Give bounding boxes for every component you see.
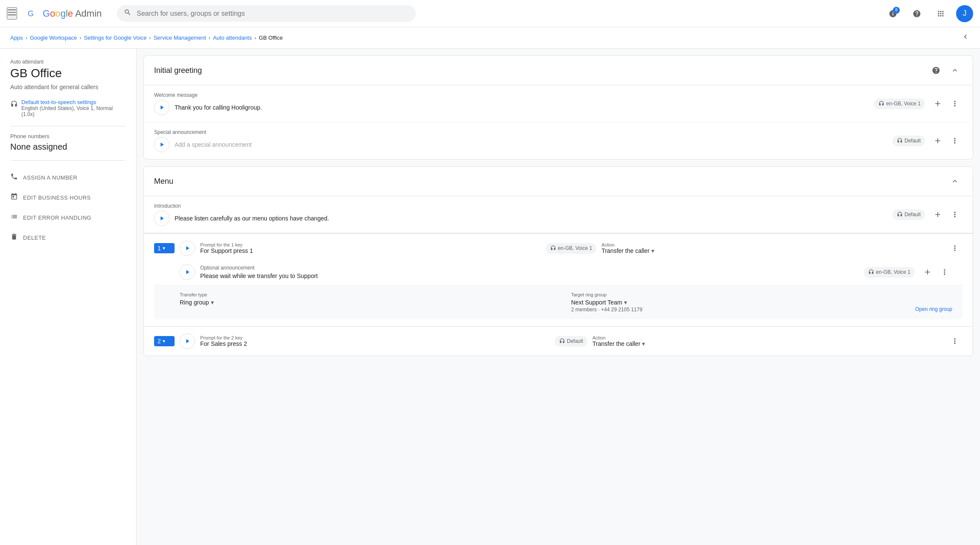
edit-business-hours-label: EDIT BUSINESS HOURS (23, 194, 91, 201)
special-more-btn[interactable] (947, 133, 962, 148)
intro-play-btn[interactable] (154, 211, 169, 226)
transfer-type-dropdown[interactable]: Ring group ▾ (180, 299, 561, 306)
key2-badge[interactable]: 2 ▾ (154, 336, 175, 346)
key1-row: 1 ▾ Prompt for the 1 key For Support pre… (154, 241, 962, 256)
tts-icon (10, 100, 18, 110)
welcome-voice-text: en-GB, Voice 1 (886, 101, 921, 107)
apps-icon-btn[interactable] (932, 5, 949, 22)
opt-voice-icon (868, 269, 874, 276)
welcome-play-btn[interactable] (154, 100, 169, 115)
key2-voice-icon (559, 338, 565, 345)
delete-action[interactable]: DELETE (10, 228, 126, 248)
search-bar[interactable] (117, 5, 416, 22)
welcome-actions (930, 96, 962, 111)
target-value: Next Support Team (571, 299, 622, 306)
badge-count: 8 (893, 7, 900, 14)
breadcrumb-sep-4: › (209, 35, 210, 41)
welcome-add-btn[interactable] (930, 96, 945, 111)
sidebar: Auto attendant GB Office Auto attendant … (0, 49, 137, 545)
help-icon-btn[interactable] (908, 5, 925, 22)
badge-icon-btn[interactable]: 8 (884, 5, 901, 22)
key1-voice-text: en-GB, Voice 1 (558, 245, 592, 251)
key2-action-arrow: ▾ (642, 340, 645, 347)
opt-actions (920, 264, 952, 280)
special-announcement-row: Special announcement Add a special annou… (144, 122, 973, 159)
search-input[interactable] (137, 10, 409, 17)
key1-play-btn[interactable] (180, 241, 195, 256)
menu-header[interactable]: Menu (144, 167, 973, 196)
transfer-type-label: Transfer type (180, 292, 561, 297)
menu-icon[interactable] (7, 7, 17, 20)
special-play-btn[interactable] (154, 137, 169, 152)
open-ring-group-link[interactable]: Open ring group (915, 306, 952, 312)
target-sub: 2 members · +44 29 2105 1179 (571, 307, 642, 313)
opt-voice-text: en-GB, Voice 1 (876, 269, 910, 275)
breadcrumb-sep-5: › (254, 35, 256, 41)
key1-badge[interactable]: 1 ▾ (154, 243, 175, 253)
menu-collapse-icon[interactable] (947, 174, 962, 189)
edit-error-handling-action[interactable]: EDIT ERROR HANDLING (10, 208, 126, 228)
tts-title[interactable]: Default text-to-speech settings (21, 99, 126, 105)
sidebar-divider-1 (10, 126, 126, 126)
key2-row: 2 ▾ Prompt for the 2 key For Sales press… (154, 333, 962, 349)
target-arrow: ▾ (624, 299, 627, 306)
breadcrumb-service-mgmt[interactable]: Service Management (154, 35, 206, 41)
intro-more-btn[interactable] (947, 207, 962, 222)
edit-business-hours-action[interactable]: EDIT BUSINESS HOURS (10, 188, 126, 208)
error-handling-icon (10, 213, 18, 223)
intro-label: Introduction (154, 203, 887, 209)
sidebar-category-label: Auto attendant (10, 59, 126, 65)
intro-voice-icon (897, 211, 903, 218)
target-dropdown[interactable]: Next Support Team ▾ (571, 299, 952, 306)
svg-rect-2 (8, 14, 16, 15)
key2-action-dropdown[interactable]: Transfer the caller ▾ (592, 340, 942, 347)
logo: G Google Admin (22, 5, 102, 22)
breadcrumb-auto-attendants[interactable]: Auto attendants (213, 35, 252, 41)
initial-greeting-section: Initial greeting Welcome message (143, 55, 973, 159)
collapse-section-icon[interactable] (947, 63, 962, 78)
menu-section: Menu Introduction Please listen carefull… (143, 166, 973, 356)
key2-dropdown-arrow: ▾ (163, 338, 165, 344)
key2-more-btn[interactable] (947, 333, 962, 349)
edit-error-handling-label: EDIT ERROR HANDLING (23, 215, 91, 221)
key1-prompt-label: Prompt for the 1 key (200, 242, 541, 247)
svg-rect-1 (8, 12, 16, 13)
opt-more-btn[interactable] (937, 264, 952, 280)
key1-action-dropdown[interactable]: Transfer the caller ▾ (601, 247, 942, 254)
voice-icon (878, 100, 884, 107)
breadcrumb-voice-settings[interactable]: Settings for Google Voice (84, 35, 147, 41)
special-voice-badge: Default (892, 136, 925, 146)
key2-play-btn[interactable] (180, 333, 195, 349)
initial-greeting-header[interactable]: Initial greeting (144, 56, 973, 85)
breadcrumb-workspace[interactable]: Google Workspace (30, 35, 77, 41)
special-add-btn[interactable] (930, 133, 945, 148)
intro-add-btn[interactable] (930, 207, 945, 222)
key1-voice-badge: en-GB, Voice 1 (546, 243, 597, 254)
opt-text: Please wait while we transfer you to Sup… (200, 272, 859, 279)
welcome-label: Welcome message (154, 92, 869, 98)
key1-number: 1 (158, 245, 161, 252)
key1-section: 1 ▾ Prompt for the 1 key For Support pre… (144, 233, 973, 326)
search-icon (124, 9, 131, 18)
sidebar-tts: Default text-to-speech settings English … (10, 99, 126, 117)
collapse-icon[interactable] (961, 32, 970, 43)
target-label: Target ring group (571, 292, 952, 297)
sidebar-description: Auto attendant for general callers (10, 84, 126, 90)
breadcrumb-apps[interactable]: Apps (10, 35, 23, 41)
key2-prompt-label: Prompt for the 2 key (200, 335, 550, 340)
opt-play-btn[interactable] (180, 264, 195, 280)
opt-label: Optional announcement (200, 265, 859, 271)
opt-add-btn[interactable] (920, 264, 935, 280)
opt-voice-badge: en-GB, Voice 1 (864, 267, 915, 278)
menu-title: Menu (154, 177, 947, 186)
avatar[interactable]: J (956, 5, 973, 22)
intro-row: Introduction Please listen carefully as … (144, 196, 973, 233)
top-nav: G Google Admin 8 J (0, 0, 980, 27)
key2-section: 2 ▾ Prompt for the 2 key For Sales press… (144, 326, 973, 356)
special-voice-text: Default (904, 138, 921, 144)
help-section-icon[interactable] (928, 63, 944, 78)
key1-more-btn[interactable] (947, 241, 962, 256)
welcome-more-btn[interactable] (947, 96, 962, 111)
assign-number-action[interactable]: ASSIGN A NUMBER (10, 168, 126, 188)
special-actions (930, 133, 962, 148)
